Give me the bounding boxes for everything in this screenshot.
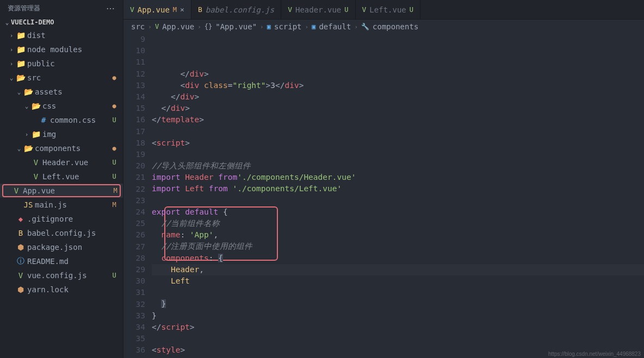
- code-line[interactable]: name: 'App',: [152, 229, 644, 241]
- chevron-icon: ⌄: [8, 74, 15, 81]
- folder-img[interactable]: ›📁img: [0, 127, 123, 141]
- code-line[interactable]: import Header from'./components/Header.v…: [152, 172, 644, 183]
- code-line[interactable]: [152, 195, 644, 206]
- code-line[interactable]: import Left from './components/Left.vue': [152, 183, 644, 194]
- line-number: 17: [123, 126, 145, 137]
- line-number: 10: [123, 45, 145, 56]
- file-babel-config-js[interactable]: Bbabel.config.js: [0, 226, 123, 240]
- line-number: 20: [123, 160, 145, 172]
- code-line[interactable]: //导入头部组件和左侧组件: [152, 160, 644, 172]
- code-line[interactable]: </div>: [152, 91, 644, 103]
- tab-Left-vue[interactable]: VLeft.vueU: [356, 0, 421, 19]
- breadcrumb-icon: ▣: [267, 23, 271, 30]
- code-area[interactable]: </div> <div class="right">3</div> </div>…: [152, 34, 644, 358]
- main-area: VApp.vueM×Bbabel.config.jsVHeader.vueUVL…: [123, 0, 644, 358]
- line-number: 35: [123, 333, 145, 344]
- tree-item-label: .gitignore: [27, 215, 110, 223]
- editor[interactable]: 9101112131415161718192021222324252627282…: [123, 34, 644, 358]
- folder-components[interactable]: ⌄📂components●: [0, 141, 123, 155]
- code-line[interactable]: //注册页面中使用的组件: [152, 241, 644, 252]
- file-icon: ◆: [15, 215, 26, 223]
- file-Left-vue[interactable]: VLeft.vueU: [0, 169, 123, 184]
- tab-babel-config-js[interactable]: Bbabel.config.js: [191, 0, 281, 19]
- tab-App-vue[interactable]: VApp.vueM×: [123, 0, 191, 19]
- folder-node_modules[interactable]: ›📁node_modules: [0, 42, 123, 56]
- tree-item-label: yarn.lock: [27, 285, 110, 294]
- folder-assets[interactable]: ⌄📂assets: [0, 85, 123, 99]
- code-line[interactable]: </div>: [152, 103, 644, 114]
- folder-dist[interactable]: ›📁dist: [0, 28, 123, 42]
- chevron-icon: ⌄: [23, 103, 30, 110]
- tree-item-label: App.vue: [23, 186, 111, 195]
- code-line[interactable]: }: [152, 298, 644, 310]
- code-line[interactable]: <div class="right">3</div>: [152, 80, 644, 91]
- tree-item-label: Header.vue: [42, 158, 110, 167]
- folder-public[interactable]: ›📁public: [0, 56, 123, 71]
- tree-item-label: vue.config.js: [27, 271, 110, 280]
- breadcrumb-item[interactable]: src: [131, 22, 145, 31]
- folder-css[interactable]: ⌄📂css●: [0, 99, 123, 113]
- code-line[interactable]: //当前组件名称: [152, 218, 644, 229]
- line-number: 27: [123, 241, 145, 253]
- folder-icon: 📂: [30, 102, 41, 110]
- close-icon[interactable]: ×: [180, 5, 184, 14]
- line-number: 33: [123, 310, 145, 322]
- breadcrumb-separator: ›: [197, 23, 201, 30]
- tab-Header-vue[interactable]: VHeader.vueU: [281, 0, 355, 19]
- code-line[interactable]: export default {: [152, 206, 644, 218]
- more-icon[interactable]: ⋯: [106, 3, 115, 14]
- code-line[interactable]: Left: [152, 275, 644, 287]
- breadcrumb-separator: ›: [354, 23, 358, 30]
- file-yarn-lock[interactable]: ⬢yarn.lock: [0, 282, 123, 297]
- file-Header-vue[interactable]: VHeader.vueU: [0, 155, 123, 169]
- file-icon: V: [11, 186, 22, 195]
- breadcrumb-item[interactable]: components: [373, 22, 418, 31]
- file-icon: #: [38, 116, 49, 124]
- line-number: 34: [123, 322, 145, 333]
- file-main-js[interactable]: JSmain.jsM: [0, 198, 123, 212]
- file-package-json[interactable]: ⬢package.json: [0, 240, 123, 254]
- breadcrumb-item[interactable]: App.vue: [162, 22, 194, 31]
- code-line[interactable]: <script>: [152, 137, 644, 149]
- code-line[interactable]: [152, 333, 644, 344]
- code-line[interactable]: </script>: [152, 322, 644, 333]
- file-README-md[interactable]: ⓘREADME.md: [0, 254, 123, 268]
- code-line[interactable]: [152, 287, 644, 298]
- chevron-icon: ⌄: [15, 145, 23, 152]
- tree-item-label: babel.config.js: [27, 229, 110, 237]
- breadcrumb-item[interactable]: script: [274, 22, 302, 31]
- tree-item-label: css: [42, 102, 110, 110]
- code-line[interactable]: Header,: [152, 264, 644, 275]
- line-number: 18: [123, 137, 145, 149]
- file-common-css[interactable]: #common.cssU: [0, 113, 123, 127]
- breadcrumb-separator: ›: [305, 23, 309, 30]
- line-number: 21: [123, 172, 145, 183]
- tab-file-icon: V: [130, 5, 134, 14]
- tree-item-label: img: [42, 130, 110, 139]
- breadcrumb-item[interactable]: default: [319, 22, 351, 31]
- code-line[interactable]: [152, 149, 644, 160]
- breadcrumb-item[interactable]: "App.vue": [215, 22, 257, 31]
- project-root[interactable]: ⌄ VUECLI-DEMO: [0, 16, 123, 28]
- code-line[interactable]: }: [152, 310, 644, 322]
- code-line[interactable]: </template>: [152, 114, 644, 125]
- tab-label: App.vue: [138, 5, 170, 14]
- file-App-vue[interactable]: VApp.vueM: [0, 184, 123, 198]
- chevron-icon: ›: [8, 32, 15, 39]
- folder-src[interactable]: ⌄📂src●: [0, 71, 123, 85]
- file-vue-config-js[interactable]: Vvue.config.jsU: [0, 268, 123, 282]
- code-line[interactable]: components: {: [152, 253, 644, 264]
- line-number: 25: [123, 218, 145, 229]
- tab-file-icon: V: [288, 5, 292, 14]
- code-line[interactable]: [152, 126, 644, 137]
- file-icon: V: [30, 158, 41, 167]
- git-status: M: [111, 187, 120, 194]
- file--gitignore[interactable]: ◆.gitignore: [0, 212, 123, 226]
- folder-icon: 📁: [15, 31, 26, 40]
- tree-item-label: main.js: [35, 200, 110, 209]
- breadcrumb-icon: 🔧: [361, 23, 369, 30]
- code-line[interactable]: </div>: [152, 68, 644, 80]
- tree-item-label: dist: [27, 31, 110, 40]
- line-number: 14: [123, 91, 145, 103]
- git-status: ●: [110, 74, 119, 81]
